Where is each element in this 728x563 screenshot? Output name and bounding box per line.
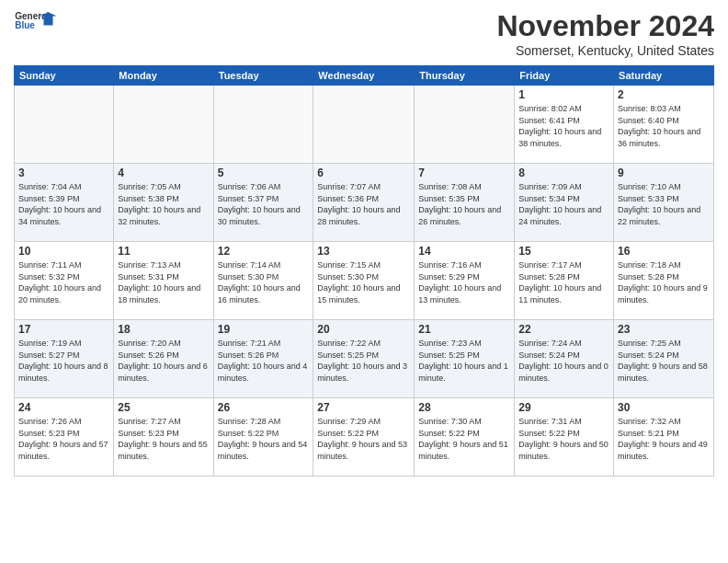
day-info: Sunrise: 7:20 AM Sunset: 5:26 PM Dayligh… <box>118 338 209 384</box>
logo: General Blue <box>14 9 60 32</box>
calendar-cell: 25Sunrise: 7:27 AM Sunset: 5:23 PM Dayli… <box>114 398 213 477</box>
day-number: 9 <box>618 167 710 179</box>
day-number: 12 <box>218 245 310 258</box>
calendar-cell: 27Sunrise: 7:29 AM Sunset: 5:22 PM Dayli… <box>313 398 415 477</box>
day-info: Sunrise: 7:24 AM Sunset: 5:24 PM Dayligh… <box>518 338 609 384</box>
day-number: 6 <box>317 167 410 179</box>
day-info: Sunrise: 7:14 AM Sunset: 5:30 PM Dayligh… <box>218 259 310 305</box>
calendar-cell: 24Sunrise: 7:26 AM Sunset: 5:23 PM Dayli… <box>15 398 114 477</box>
weekday-header: Sunday <box>15 66 114 86</box>
calendar-cell: 28Sunrise: 7:30 AM Sunset: 5:22 PM Dayli… <box>415 398 515 477</box>
day-info: Sunrise: 7:05 AM Sunset: 5:38 PM Dayligh… <box>118 181 209 227</box>
subtitle: Somerset, Kentucky, United States <box>496 43 714 58</box>
day-info: Sunrise: 7:07 AM Sunset: 5:36 PM Dayligh… <box>317 181 410 227</box>
header: General Blue November 2024 Somerset, Ken… <box>14 9 714 58</box>
day-info: Sunrise: 8:02 AM Sunset: 6:41 PM Dayligh… <box>518 103 609 149</box>
day-number: 19 <box>218 323 310 336</box>
day-number: 26 <box>218 401 310 414</box>
calendar-cell: 9Sunrise: 7:10 AM Sunset: 5:33 PM Daylig… <box>614 164 714 242</box>
day-info: Sunrise: 7:10 AM Sunset: 5:33 PM Dayligh… <box>618 181 710 227</box>
calendar-cell: 21Sunrise: 7:23 AM Sunset: 5:25 PM Dayli… <box>415 320 515 398</box>
day-info: Sunrise: 7:17 AM Sunset: 5:28 PM Dayligh… <box>518 259 609 305</box>
day-number: 22 <box>518 323 609 336</box>
calendar-cell: 17Sunrise: 7:19 AM Sunset: 5:27 PM Dayli… <box>15 320 114 398</box>
calendar-cell: 3Sunrise: 7:04 AM Sunset: 5:39 PM Daylig… <box>15 164 114 242</box>
main-title: November 2024 <box>496 9 714 43</box>
day-number: 13 <box>317 245 410 258</box>
day-info: Sunrise: 7:18 AM Sunset: 5:28 PM Dayligh… <box>618 259 710 305</box>
day-info: Sunrise: 7:13 AM Sunset: 5:31 PM Dayligh… <box>118 259 209 305</box>
calendar-cell: 22Sunrise: 7:24 AM Sunset: 5:24 PM Dayli… <box>515 320 614 398</box>
day-number: 11 <box>118 245 209 258</box>
day-number: 18 <box>118 323 209 336</box>
calendar-cell <box>313 86 415 164</box>
calendar-cell: 23Sunrise: 7:25 AM Sunset: 5:24 PM Dayli… <box>614 320 714 398</box>
day-info: Sunrise: 7:26 AM Sunset: 5:23 PM Dayligh… <box>18 416 109 462</box>
day-info: Sunrise: 7:27 AM Sunset: 5:23 PM Dayligh… <box>118 416 209 462</box>
calendar-cell: 1Sunrise: 8:02 AM Sunset: 6:41 PM Daylig… <box>515 86 614 164</box>
day-info: Sunrise: 7:23 AM Sunset: 5:25 PM Dayligh… <box>418 338 510 384</box>
calendar-week-row: 17Sunrise: 7:19 AM Sunset: 5:27 PM Dayli… <box>15 320 714 398</box>
calendar-week-row: 24Sunrise: 7:26 AM Sunset: 5:23 PM Dayli… <box>15 398 714 477</box>
calendar-cell <box>415 86 515 164</box>
calendar-cell: 4Sunrise: 7:05 AM Sunset: 5:38 PM Daylig… <box>114 164 213 242</box>
calendar-cell: 19Sunrise: 7:21 AM Sunset: 5:26 PM Dayli… <box>213 320 313 398</box>
calendar: SundayMondayTuesdayWednesdayThursdayFrid… <box>14 65 714 477</box>
day-info: Sunrise: 7:25 AM Sunset: 5:24 PM Dayligh… <box>618 338 710 384</box>
day-info: Sunrise: 7:19 AM Sunset: 5:27 PM Dayligh… <box>18 338 109 384</box>
day-info: Sunrise: 7:15 AM Sunset: 5:30 PM Dayligh… <box>317 259 410 305</box>
calendar-cell: 13Sunrise: 7:15 AM Sunset: 5:30 PM Dayli… <box>313 242 415 320</box>
day-info: Sunrise: 7:11 AM Sunset: 5:32 PM Dayligh… <box>18 259 109 305</box>
day-info: Sunrise: 7:28 AM Sunset: 5:22 PM Dayligh… <box>218 416 310 462</box>
day-number: 20 <box>317 323 410 336</box>
calendar-cell: 15Sunrise: 7:17 AM Sunset: 5:28 PM Dayli… <box>515 242 614 320</box>
calendar-cell: 29Sunrise: 7:31 AM Sunset: 5:22 PM Dayli… <box>515 398 614 477</box>
calendar-week-row: 10Sunrise: 7:11 AM Sunset: 5:32 PM Dayli… <box>15 242 714 320</box>
day-info: Sunrise: 7:32 AM Sunset: 5:21 PM Dayligh… <box>618 416 710 462</box>
day-number: 1 <box>518 88 609 101</box>
day-number: 10 <box>18 245 109 258</box>
day-info: Sunrise: 7:29 AM Sunset: 5:22 PM Dayligh… <box>317 416 410 462</box>
calendar-week-row: 1Sunrise: 8:02 AM Sunset: 6:41 PM Daylig… <box>15 86 714 164</box>
day-number: 4 <box>118 167 209 179</box>
calendar-cell: 14Sunrise: 7:16 AM Sunset: 5:29 PM Dayli… <box>415 242 515 320</box>
day-number: 25 <box>118 401 209 414</box>
day-info: Sunrise: 7:06 AM Sunset: 5:37 PM Dayligh… <box>218 181 310 227</box>
calendar-cell: 8Sunrise: 7:09 AM Sunset: 5:34 PM Daylig… <box>515 164 614 242</box>
calendar-cell: 20Sunrise: 7:22 AM Sunset: 5:25 PM Dayli… <box>313 320 415 398</box>
day-info: Sunrise: 7:08 AM Sunset: 5:35 PM Dayligh… <box>418 181 510 227</box>
calendar-cell: 2Sunrise: 8:03 AM Sunset: 6:40 PM Daylig… <box>614 86 714 164</box>
day-info: Sunrise: 7:09 AM Sunset: 5:34 PM Dayligh… <box>518 181 609 227</box>
day-number: 29 <box>518 401 609 414</box>
day-number: 8 <box>518 167 609 179</box>
day-number: 17 <box>18 323 109 336</box>
day-info: Sunrise: 7:04 AM Sunset: 5:39 PM Dayligh… <box>18 181 109 227</box>
day-number: 27 <box>317 401 410 414</box>
calendar-cell: 26Sunrise: 7:28 AM Sunset: 5:22 PM Dayli… <box>213 398 313 477</box>
calendar-cell <box>213 86 313 164</box>
calendar-cell: 7Sunrise: 7:08 AM Sunset: 5:35 PM Daylig… <box>415 164 515 242</box>
calendar-header-row: SundayMondayTuesdayWednesdayThursdayFrid… <box>15 66 714 86</box>
day-info: Sunrise: 7:21 AM Sunset: 5:26 PM Dayligh… <box>218 338 310 384</box>
day-info: Sunrise: 7:22 AM Sunset: 5:25 PM Dayligh… <box>317 338 410 384</box>
calendar-cell: 30Sunrise: 7:32 AM Sunset: 5:21 PM Dayli… <box>614 398 714 477</box>
day-number: 24 <box>18 401 109 414</box>
title-block: November 2024 Somerset, Kentucky, United… <box>496 9 714 58</box>
day-number: 2 <box>618 88 710 101</box>
page: General Blue November 2024 Somerset, Ken… <box>0 0 728 563</box>
weekday-header: Monday <box>114 66 213 86</box>
day-number: 7 <box>418 167 510 179</box>
day-info: Sunrise: 7:31 AM Sunset: 5:22 PM Dayligh… <box>518 416 609 462</box>
day-number: 3 <box>18 167 109 179</box>
calendar-cell: 10Sunrise: 7:11 AM Sunset: 5:32 PM Dayli… <box>15 242 114 320</box>
calendar-cell: 5Sunrise: 7:06 AM Sunset: 5:37 PM Daylig… <box>213 164 313 242</box>
weekday-header: Friday <box>515 66 614 86</box>
calendar-cell: 12Sunrise: 7:14 AM Sunset: 5:30 PM Dayli… <box>213 242 313 320</box>
day-number: 23 <box>618 323 710 336</box>
day-number: 15 <box>518 245 609 258</box>
calendar-week-row: 3Sunrise: 7:04 AM Sunset: 5:39 PM Daylig… <box>15 164 714 242</box>
calendar-cell: 11Sunrise: 7:13 AM Sunset: 5:31 PM Dayli… <box>114 242 213 320</box>
day-info: Sunrise: 7:16 AM Sunset: 5:29 PM Dayligh… <box>418 259 510 305</box>
calendar-cell <box>15 86 114 164</box>
day-number: 21 <box>418 323 510 336</box>
